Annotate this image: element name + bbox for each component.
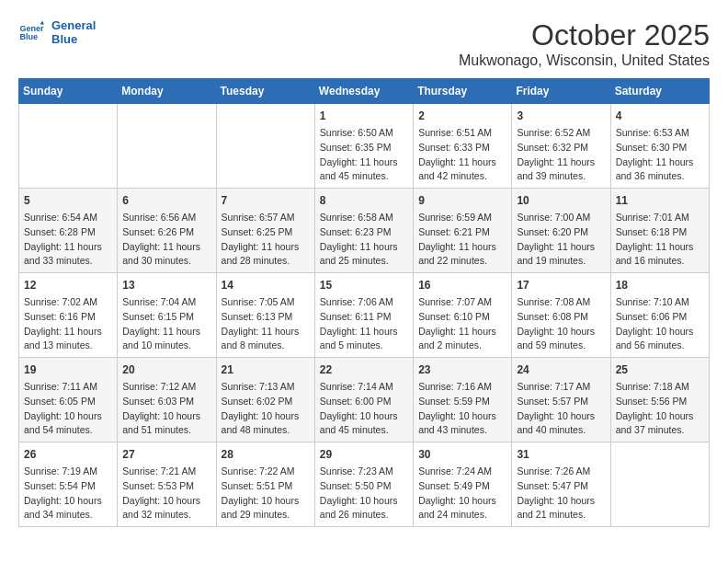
day-info: Sunrise: 6:56 AM Sunset: 6:26 PM Dayligh…: [122, 211, 210, 269]
day-info: Sunrise: 7:01 AM Sunset: 6:18 PM Dayligh…: [616, 211, 704, 269]
day-number: 29: [320, 446, 408, 463]
calendar-cell: 31Sunrise: 7:26 AM Sunset: 5:47 PM Dayli…: [512, 442, 610, 527]
calendar-cell: 16Sunrise: 7:07 AM Sunset: 6:10 PM Dayli…: [414, 273, 512, 358]
title-block: October 2025 Mukwonago, Wisconsin, Unite…: [459, 18, 710, 69]
day-number: 10: [517, 192, 605, 209]
day-number: 8: [320, 192, 408, 209]
weekday-header: Friday: [512, 79, 610, 104]
day-number: 13: [122, 277, 210, 293]
day-info: Sunrise: 7:05 AM Sunset: 6:13 PM Dayligh…: [222, 295, 310, 353]
day-info: Sunrise: 7:10 AM Sunset: 6:06 PM Dayligh…: [616, 295, 704, 353]
day-number: 1: [320, 108, 408, 124]
day-info: Sunrise: 7:22 AM Sunset: 5:51 PM Dayligh…: [222, 465, 310, 523]
calendar-cell: 22Sunrise: 7:14 AM Sunset: 6:00 PM Dayli…: [314, 358, 413, 442]
day-info: Sunrise: 6:59 AM Sunset: 6:21 PM Dayligh…: [418, 211, 506, 269]
day-info: Sunrise: 7:04 AM Sunset: 6:15 PM Dayligh…: [122, 295, 210, 353]
calendar-week-row: 19Sunrise: 7:11 AM Sunset: 6:05 PM Dayli…: [19, 358, 710, 442]
day-info: Sunrise: 6:57 AM Sunset: 6:25 PM Dayligh…: [222, 211, 310, 269]
day-number: 11: [616, 192, 704, 209]
day-info: Sunrise: 7:23 AM Sunset: 5:50 PM Dayligh…: [320, 465, 408, 523]
day-info: Sunrise: 7:21 AM Sunset: 5:53 PM Dayligh…: [122, 465, 210, 523]
page-header: General Blue General Blue October 2025 M…: [18, 18, 710, 69]
day-number: 26: [24, 446, 112, 463]
calendar-cell: 28Sunrise: 7:22 AM Sunset: 5:51 PM Dayli…: [216, 442, 314, 527]
day-number: 20: [122, 362, 210, 378]
day-number: 22: [320, 362, 408, 378]
calendar-week-row: 12Sunrise: 7:02 AM Sunset: 6:16 PM Dayli…: [19, 273, 710, 358]
calendar-cell: 5Sunrise: 6:54 AM Sunset: 6:28 PM Daylig…: [19, 189, 118, 273]
header-row: SundayMondayTuesdayWednesdayThursdayFrid…: [19, 79, 710, 104]
day-number: 21: [222, 362, 310, 378]
calendar-cell: 20Sunrise: 7:12 AM Sunset: 6:03 PM Dayli…: [118, 358, 216, 442]
weekday-header: Thursday: [414, 79, 512, 104]
calendar-table: SundayMondayTuesdayWednesdayThursdayFrid…: [18, 78, 710, 527]
logo-text-line2: Blue: [51, 32, 96, 46]
calendar-cell: 6Sunrise: 6:56 AM Sunset: 6:26 PM Daylig…: [118, 189, 216, 273]
calendar-cell: 2Sunrise: 6:51 AM Sunset: 6:33 PM Daylig…: [414, 104, 512, 189]
calendar-cell: 19Sunrise: 7:11 AM Sunset: 6:05 PM Dayli…: [19, 358, 118, 442]
day-number: 19: [24, 362, 112, 378]
calendar-header: SundayMondayTuesdayWednesdayThursdayFrid…: [19, 79, 710, 104]
day-info: Sunrise: 6:58 AM Sunset: 6:23 PM Dayligh…: [320, 211, 408, 269]
calendar-cell: 8Sunrise: 6:58 AM Sunset: 6:23 PM Daylig…: [314, 189, 413, 273]
calendar-cell: 12Sunrise: 7:02 AM Sunset: 6:16 PM Dayli…: [19, 273, 118, 358]
day-info: Sunrise: 7:02 AM Sunset: 6:16 PM Dayligh…: [24, 295, 112, 353]
weekday-header: Monday: [118, 79, 216, 104]
day-info: Sunrise: 7:00 AM Sunset: 6:20 PM Dayligh…: [517, 211, 605, 269]
day-info: Sunrise: 7:19 AM Sunset: 5:54 PM Dayligh…: [24, 465, 112, 523]
weekday-header: Tuesday: [216, 79, 314, 104]
calendar-cell: [610, 442, 709, 527]
weekday-header: Sunday: [19, 79, 118, 104]
calendar-cell: 11Sunrise: 7:01 AM Sunset: 6:18 PM Dayli…: [610, 189, 709, 273]
calendar-title: October 2025: [459, 18, 710, 52]
calendar-week-row: 1Sunrise: 6:50 AM Sunset: 6:35 PM Daylig…: [19, 104, 710, 189]
logo-icon: General Blue: [18, 19, 44, 45]
calendar-cell: 13Sunrise: 7:04 AM Sunset: 6:15 PM Dayli…: [118, 273, 216, 358]
day-info: Sunrise: 7:06 AM Sunset: 6:11 PM Dayligh…: [320, 295, 408, 353]
day-number: 25: [616, 362, 704, 378]
day-info: Sunrise: 7:12 AM Sunset: 6:03 PM Dayligh…: [122, 380, 210, 438]
day-number: 16: [418, 277, 506, 293]
calendar-cell: 9Sunrise: 6:59 AM Sunset: 6:21 PM Daylig…: [414, 189, 512, 273]
day-number: 24: [517, 362, 605, 378]
calendar-cell: 10Sunrise: 7:00 AM Sunset: 6:20 PM Dayli…: [512, 189, 610, 273]
calendar-cell: 1Sunrise: 6:50 AM Sunset: 6:35 PM Daylig…: [314, 104, 413, 189]
day-info: Sunrise: 7:17 AM Sunset: 5:57 PM Dayligh…: [517, 380, 605, 438]
calendar-cell: [216, 104, 314, 189]
calendar-cell: 18Sunrise: 7:10 AM Sunset: 6:06 PM Dayli…: [610, 273, 709, 358]
day-info: Sunrise: 7:24 AM Sunset: 5:49 PM Dayligh…: [418, 465, 506, 523]
day-number: 2: [418, 108, 506, 124]
day-number: 5: [24, 192, 112, 209]
calendar-cell: 21Sunrise: 7:13 AM Sunset: 6:02 PM Dayli…: [216, 358, 314, 442]
calendar-subtitle: Mukwonago, Wisconsin, United States: [459, 52, 710, 69]
svg-text:General: General: [19, 24, 44, 33]
day-number: 27: [122, 446, 210, 463]
day-info: Sunrise: 6:50 AM Sunset: 6:35 PM Dayligh…: [320, 126, 408, 184]
calendar-cell: 26Sunrise: 7:19 AM Sunset: 5:54 PM Dayli…: [19, 442, 118, 527]
calendar-week-row: 26Sunrise: 7:19 AM Sunset: 5:54 PM Dayli…: [19, 442, 710, 527]
day-info: Sunrise: 6:54 AM Sunset: 6:28 PM Dayligh…: [24, 211, 112, 269]
day-number: 12: [24, 277, 112, 293]
day-info: Sunrise: 7:13 AM Sunset: 6:02 PM Dayligh…: [222, 380, 310, 438]
day-info: Sunrise: 6:52 AM Sunset: 6:32 PM Dayligh…: [517, 126, 605, 184]
day-number: 28: [222, 446, 310, 463]
day-number: 17: [517, 277, 605, 293]
day-number: 9: [418, 192, 506, 209]
svg-marker-2: [40, 20, 44, 24]
calendar-cell: 3Sunrise: 6:52 AM Sunset: 6:32 PM Daylig…: [512, 104, 610, 189]
calendar-cell: 29Sunrise: 7:23 AM Sunset: 5:50 PM Dayli…: [314, 442, 413, 527]
weekday-header: Saturday: [610, 79, 709, 104]
calendar-cell: 27Sunrise: 7:21 AM Sunset: 5:53 PM Dayli…: [118, 442, 216, 527]
logo: General Blue General Blue: [18, 18, 96, 46]
calendar-cell: 24Sunrise: 7:17 AM Sunset: 5:57 PM Dayli…: [512, 358, 610, 442]
svg-text:Blue: Blue: [19, 32, 38, 41]
day-info: Sunrise: 7:07 AM Sunset: 6:10 PM Dayligh…: [418, 295, 506, 353]
day-number: 3: [517, 108, 605, 124]
calendar-cell: [19, 104, 118, 189]
calendar-cell: 7Sunrise: 6:57 AM Sunset: 6:25 PM Daylig…: [216, 189, 314, 273]
day-info: Sunrise: 7:14 AM Sunset: 6:00 PM Dayligh…: [320, 380, 408, 438]
calendar-body: 1Sunrise: 6:50 AM Sunset: 6:35 PM Daylig…: [19, 104, 710, 527]
calendar-week-row: 5Sunrise: 6:54 AM Sunset: 6:28 PM Daylig…: [19, 189, 710, 273]
day-number: 15: [320, 277, 408, 293]
logo-text-line1: General: [51, 18, 96, 32]
